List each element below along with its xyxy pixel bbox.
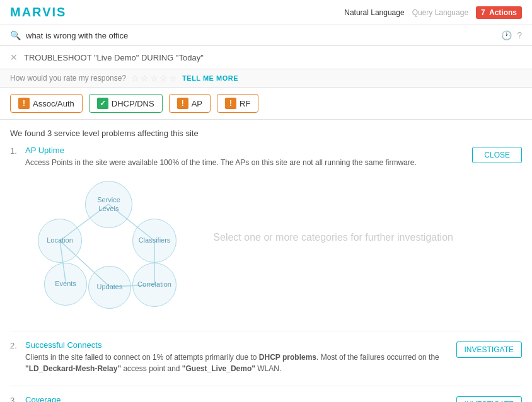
circle-classifiers[interactable]: Classifiers <box>132 219 176 263</box>
star-rating[interactable]: ☆ ☆ ☆ ☆ ☆ <box>131 73 177 83</box>
troubleshoot-close-icon[interactable]: ✕ <box>10 52 18 62</box>
problem-action-3: INVESTIGATE <box>449 395 522 402</box>
main-content: We found 3 service level problems affect… <box>0 120 532 402</box>
problem-action-1: CLOSE <box>465 146 522 163</box>
logo: MARVIS <box>10 5 66 20</box>
dhcp-dns-icon: ✓ <box>97 98 108 109</box>
troubleshoot-bar: ✕ TROUBLESHOOT "Live Demo" DURING "Today… <box>0 46 532 69</box>
problem-title-3[interactable]: Coverage <box>25 395 449 402</box>
assoc-auth-label: Assoc/Auth <box>33 99 74 108</box>
rf-icon: ! <box>225 98 236 109</box>
history-icon[interactable]: 🕐 <box>501 30 512 40</box>
problem-desc-1: Access Points in the site were available… <box>25 157 465 168</box>
star-3[interactable]: ☆ <box>150 73 158 83</box>
diagram-right: Select one or more categories for furthe… <box>202 232 465 243</box>
circle-updates[interactable]: Updates <box>88 266 131 309</box>
problem-item-2: 2. Successful Connects Clients in the si… <box>10 331 522 374</box>
assoc-auth-icon: ! <box>18 98 30 109</box>
problem-num-3: 3. <box>10 395 25 402</box>
tell-me-more-button[interactable]: TELL ME MORE <box>182 74 238 82</box>
rating-label: How would you rate my response? <box>10 74 126 83</box>
category-dhcp-dns[interactable]: ✓ DHCP/DNS <box>89 94 163 113</box>
circle-service-levels[interactable]: ServiceLevels <box>85 181 132 228</box>
found-text: We found 3 service level problems affect… <box>10 129 522 138</box>
star-2[interactable]: ☆ <box>141 73 149 83</box>
problem-num-2: 2. <box>10 340 25 350</box>
diagram-placeholder: Select one or more categories for furthe… <box>213 232 453 243</box>
diagram-area: ServiceLevels Location Classifiers Event… <box>25 168 465 313</box>
circle-correlation[interactable]: Correlation <box>132 263 176 307</box>
star-4[interactable]: ☆ <box>159 73 168 83</box>
search-input[interactable] <box>26 31 496 40</box>
close-button[interactable]: CLOSE <box>472 147 522 163</box>
star-1[interactable]: ☆ <box>131 73 139 83</box>
category-bar: ! Assoc/Auth ✓ DHCP/DNS ! AP ! RF <box>0 88 532 120</box>
help-icon[interactable]: ? <box>517 30 522 40</box>
problem-title-2[interactable]: Successful Connects <box>25 340 449 350</box>
circle-events[interactable]: Events <box>44 263 87 306</box>
category-ap[interactable]: ! AP <box>169 94 211 113</box>
problem-title-1[interactable]: AP Uptime <box>25 146 465 155</box>
ap-label: AP <box>192 99 202 108</box>
circle-diagram: ServiceLevels Location Classifiers Event… <box>25 175 202 301</box>
actions-button[interactable]: 7 Actions <box>476 6 522 19</box>
investigate-button-3[interactable]: INVESTIGATE <box>456 396 522 402</box>
problem-num-1: 1. <box>10 146 25 156</box>
category-rf[interactable]: ! RF <box>217 94 258 113</box>
problem-body-2: Successful Connects Clients in the site … <box>25 340 449 374</box>
problem-body-3: Coverage Clients in the site encountered… <box>25 395 449 402</box>
problem-item-3: 3. Coverage Clients in the site encounte… <box>10 386 522 402</box>
search-bar: 🔍 🕐 ? <box>0 25 532 46</box>
natural-language-tab[interactable]: Natural Language <box>344 8 404 17</box>
star-5[interactable]: ☆ <box>169 73 177 83</box>
problem-body-1: AP Uptime Access Points in the site were… <box>25 146 465 319</box>
search-icon: 🔍 <box>10 30 21 40</box>
investigate-button-2[interactable]: INVESTIGATE <box>456 342 522 358</box>
problem-action-2: INVESTIGATE <box>449 340 522 358</box>
problem-item-1: 1. AP Uptime Access Points in the site w… <box>10 146 522 319</box>
dhcp-dns-label: DHCP/DNS <box>112 99 154 108</box>
header: MARVIS Natural Language Query Language 7… <box>0 0 532 25</box>
ap-icon: ! <box>177 98 188 109</box>
troubleshoot-title: TROUBLESHOOT "Live Demo" DURING "Today" <box>24 53 204 62</box>
search-actions: 🕐 ? <box>501 30 522 40</box>
rf-label: RF <box>240 99 250 108</box>
problem-desc-2: Clients in the site failed to connect on… <box>25 352 449 374</box>
header-nav: Natural Language Query Language 7 Action… <box>344 6 522 19</box>
category-assoc-auth[interactable]: ! Assoc/Auth <box>10 94 83 113</box>
rating-bar: How would you rate my response? ☆ ☆ ☆ ☆ … <box>0 69 532 88</box>
circle-location[interactable]: Location <box>38 219 82 263</box>
query-language-tab[interactable]: Query Language <box>412 8 468 17</box>
